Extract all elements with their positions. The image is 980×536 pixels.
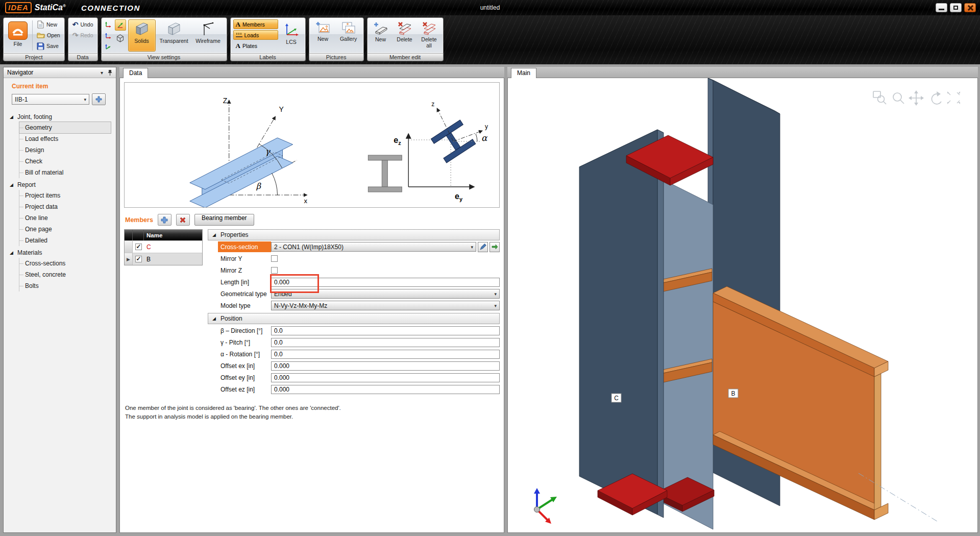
expander-icon[interactable]: ◢ bbox=[10, 114, 13, 119]
length-input[interactable] bbox=[271, 278, 500, 287]
axis-view-icon-1[interactable] bbox=[104, 20, 113, 29]
pin-icon[interactable] bbox=[108, 69, 112, 76]
members-labels-toggle[interactable]: A Members bbox=[233, 19, 278, 29]
idea-logo: IDEA bbox=[5, 2, 32, 13]
tree-group-materials[interactable]: ◢ Materials bbox=[4, 248, 116, 258]
solids-button[interactable]: Solids bbox=[128, 19, 156, 52]
orientation-diagram: Z Y x γ β bbox=[124, 82, 500, 208]
redo-icon: ↷ bbox=[72, 31, 79, 39]
member-delete-all-button[interactable]: Delete all bbox=[418, 19, 440, 52]
member-c-name: C bbox=[144, 243, 202, 251]
tree-item-design[interactable]: Design bbox=[19, 144, 111, 156]
tree-item-steel-concrete[interactable]: Steel, concrete bbox=[19, 269, 111, 280]
zoom-icon[interactable] bbox=[893, 93, 904, 104]
transparent-button[interactable]: Transparent bbox=[158, 19, 190, 52]
delete-member-button[interactable] bbox=[176, 214, 190, 226]
axis-view-icon-3[interactable] bbox=[104, 42, 113, 51]
property-grid: ◢ Properties Cross-section 2 - CON1 (W(I… bbox=[208, 229, 500, 396]
group-label-project: Project bbox=[3, 53, 65, 61]
copy-cross-section-button[interactable] bbox=[489, 242, 500, 252]
gallery-button[interactable]: Gallery bbox=[336, 19, 361, 52]
tab-main[interactable]: Main bbox=[511, 68, 536, 78]
perspective-cube-button[interactable] bbox=[115, 33, 126, 44]
member-c-checkbox[interactable] bbox=[135, 243, 142, 250]
properties-group-header[interactable]: ◢ Properties bbox=[208, 229, 500, 240]
bearing-member-button[interactable]: Bearing member bbox=[194, 214, 254, 226]
open-button[interactable]: Open bbox=[35, 30, 62, 40]
plates-labels-toggle[interactable]: A Plates bbox=[233, 41, 278, 51]
tree-group-report[interactable]: ◢ Report bbox=[4, 180, 116, 190]
undo-icon: ↶ bbox=[72, 20, 79, 29]
member-label-b[interactable]: B bbox=[728, 389, 738, 398]
offset-ez-input[interactable] bbox=[271, 385, 500, 394]
new-button[interactable]: New bbox=[35, 19, 62, 30]
offset-ex-input[interactable] bbox=[271, 361, 500, 371]
lcs-toggle[interactable]: LCS bbox=[280, 19, 303, 52]
save-button[interactable]: Save bbox=[35, 41, 62, 51]
zoom-window-icon[interactable] bbox=[873, 91, 886, 104]
isometric-view-button[interactable] bbox=[115, 19, 126, 31]
edit-cross-section-button[interactable] bbox=[478, 242, 488, 252]
member-label-c[interactable]: C bbox=[611, 394, 621, 402]
loads-labels-toggle[interactable]: Loads bbox=[233, 30, 278, 40]
wireframe-button[interactable]: Wireframe bbox=[192, 19, 224, 52]
add-member-button[interactable] bbox=[158, 214, 172, 226]
tree-item-project-data[interactable]: Project data bbox=[19, 201, 111, 212]
tree-group-joint-footing[interactable]: ◢ Joint, footing bbox=[4, 112, 116, 122]
3d-viewport[interactable]: C B bbox=[508, 78, 977, 532]
alpha-rotation-input[interactable] bbox=[271, 350, 500, 359]
file-button[interactable]: File bbox=[6, 19, 30, 52]
expander-icon: ◢ bbox=[212, 316, 216, 321]
beam-end-web bbox=[874, 374, 881, 510]
tree-item-bill-of-material[interactable]: Bill of material bbox=[19, 167, 111, 178]
expander-icon[interactable]: ◢ bbox=[10, 182, 13, 187]
close-button[interactable] bbox=[964, 3, 976, 12]
rotate-icon[interactable] bbox=[932, 91, 941, 104]
maximize-button[interactable] bbox=[950, 3, 962, 12]
navigator-header: Navigator ▾ bbox=[4, 67, 116, 78]
pan-icon[interactable] bbox=[909, 90, 924, 106]
tab-data[interactable]: Data bbox=[123, 68, 148, 78]
tree-item-geometry[interactable]: Geometry bbox=[19, 122, 111, 133]
minimize-button[interactable] bbox=[936, 3, 947, 12]
tree-item-one-page[interactable]: One page bbox=[19, 224, 111, 235]
navigator-collapse-icon[interactable]: ▾ bbox=[101, 70, 103, 76]
cross-section-dropdown[interactable]: 2 - CON1 (W(Imp)18X50) ▾ bbox=[271, 242, 476, 252]
position-group-header[interactable]: ◢ Position bbox=[208, 313, 500, 324]
fullscreen-icon[interactable] bbox=[947, 91, 960, 104]
tree-item-project-items[interactable]: Project items bbox=[19, 190, 111, 201]
axis-view-icon-2[interactable] bbox=[104, 31, 113, 40]
chevron-down-icon: ▾ bbox=[494, 291, 497, 297]
model-type-dropdown[interactable]: N-Vy-Vz-Mx-My-Mz ▾ bbox=[271, 301, 500, 310]
data-panel: Data bbox=[119, 67, 504, 533]
tree-item-cross-sections[interactable]: Cross-sections bbox=[19, 258, 111, 269]
tree-item-load-effects[interactable]: Load effects bbox=[19, 133, 111, 144]
undo-button[interactable]: ↶ Undo bbox=[71, 19, 95, 30]
group-label-view-settings: View settings bbox=[101, 53, 227, 61]
member-new-button[interactable]: New bbox=[370, 19, 391, 52]
document-title: untitled bbox=[0, 4, 980, 11]
gamma-pitch-input[interactable] bbox=[271, 338, 500, 347]
beta-direction-input[interactable] bbox=[271, 326, 500, 335]
current-item-combobox[interactable]: IIB-1 ▾ bbox=[12, 94, 89, 105]
svg-text:ey: ey bbox=[455, 192, 463, 202]
tree-item-detailed[interactable]: Detailed bbox=[19, 235, 111, 246]
mirror-z-checkbox[interactable] bbox=[271, 267, 278, 274]
group-label-member-edit: Member edit bbox=[367, 53, 444, 61]
ribbon-group-view-settings: Solids Transparent Wireframe View settin… bbox=[101, 17, 227, 61]
expander-icon[interactable]: ◢ bbox=[10, 250, 13, 255]
members-table: Name C ▶ B bbox=[124, 229, 203, 265]
mirror-y-checkbox[interactable] bbox=[271, 255, 278, 262]
redo-button[interactable]: ↷ Redo bbox=[71, 30, 95, 40]
member-delete-button[interactable]: Delete bbox=[394, 19, 416, 52]
geometrical-type-dropdown[interactable]: Ended ▾ bbox=[271, 289, 500, 299]
table-row-member-c[interactable]: C bbox=[125, 240, 202, 253]
tree-item-check[interactable]: Check bbox=[19, 156, 111, 167]
table-row-member-b[interactable]: ▶ B bbox=[125, 253, 202, 265]
tree-item-bolts[interactable]: Bolts bbox=[19, 280, 111, 291]
tree-item-one-line[interactable]: One line bbox=[19, 212, 111, 224]
picture-new-button[interactable]: New bbox=[312, 19, 334, 52]
add-item-button[interactable] bbox=[92, 93, 106, 105]
offset-ey-input[interactable] bbox=[271, 373, 500, 382]
member-b-checkbox[interactable] bbox=[135, 256, 142, 262]
